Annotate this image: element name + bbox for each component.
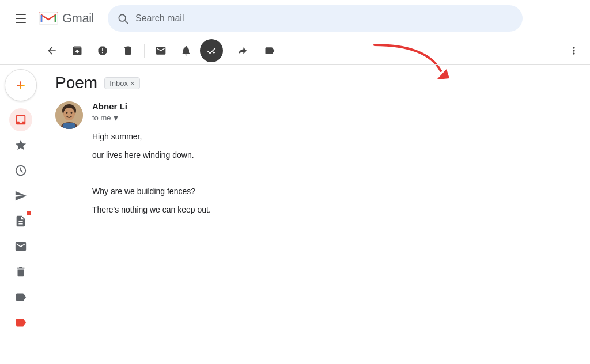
- sidebar-item-inbox[interactable]: [9, 108, 32, 131]
- move-to-button[interactable]: [233, 39, 256, 62]
- email-line-3: [92, 167, 576, 181]
- expand-recipients-icon[interactable]: ▾: [114, 112, 118, 123]
- avatar: [55, 101, 83, 129]
- gmail-logo-icon: [37, 7, 60, 30]
- menu-button[interactable]: [9, 7, 32, 30]
- sidebar-item-trash[interactable]: [9, 260, 32, 283]
- more-options-button[interactable]: [562, 39, 585, 62]
- sidebar-item-sent[interactable]: [9, 184, 32, 207]
- email-thread: Abner Li to me ▾ High summer, our lives …: [55, 101, 576, 222]
- delete-button[interactable]: [116, 39, 139, 62]
- inbox-tag-label: Inbox: [109, 79, 128, 88]
- email-subject-row: Poem Inbox ×: [55, 74, 576, 92]
- search-bar[interactable]: Search mail: [108, 5, 523, 32]
- compose-plus-icon: +: [16, 77, 25, 93]
- header: Gmail Search mail: [0, 0, 590, 37]
- mark-unread-button[interactable]: [149, 39, 172, 62]
- back-icon: [46, 45, 58, 56]
- add-task-icon: +: [206, 45, 217, 56]
- gmail-title: Gmail: [62, 11, 94, 26]
- svg-rect-15: [63, 123, 75, 129]
- labels-button[interactable]: [258, 39, 281, 62]
- inbox-tag-close[interactable]: ×: [130, 79, 135, 88]
- email-content: Poem Inbox ×: [41, 65, 590, 364]
- sender-name: Abner Li: [92, 101, 576, 111]
- move-icon: [239, 45, 250, 56]
- drafts-icon: [14, 215, 27, 227]
- more-icon: [568, 45, 580, 56]
- back-button[interactable]: [40, 39, 63, 62]
- svg-point-11: [63, 108, 75, 120]
- archive-button[interactable]: [66, 39, 89, 62]
- snooze-icon: [180, 45, 192, 56]
- toolbar-divider-2: [228, 44, 228, 58]
- important-icon: [14, 316, 27, 329]
- sidebar-item-drafts[interactable]: [9, 210, 32, 233]
- trash-icon: [122, 45, 134, 56]
- mark-unread-icon: [155, 45, 167, 56]
- add-to-tasks-button[interactable]: +: [200, 39, 223, 62]
- star-icon: [14, 139, 27, 151]
- report-spam-button[interactable]: [91, 39, 114, 62]
- sent-icon: [14, 189, 27, 202]
- sender-meta[interactable]: to me ▾: [92, 112, 576, 123]
- svg-line-5: [125, 21, 128, 24]
- toolbar-divider-1: [144, 44, 145, 58]
- logo-area: Gmail: [37, 7, 94, 30]
- email-text: High summer, our lives here winding down…: [92, 130, 576, 217]
- snoozed-icon: [14, 164, 27, 177]
- sidebar-item-snoozed[interactable]: [9, 159, 32, 182]
- archive-icon: [71, 45, 83, 56]
- email-line-5: There's nothing we can keep out.: [92, 203, 576, 217]
- label-icon: [264, 45, 275, 56]
- search-icon: [117, 13, 128, 24]
- svg-point-12: [66, 112, 68, 114]
- inbox-icon: [14, 113, 27, 126]
- snooze-button[interactable]: [175, 39, 198, 62]
- report-spam-icon: [97, 45, 108, 56]
- email-line-1: High summer,: [92, 130, 576, 144]
- toolbar: +: [0, 37, 590, 65]
- email-line-4: Why are we building fences?: [92, 185, 576, 199]
- sidebar: +: [0, 65, 41, 364]
- category-icon: [14, 291, 27, 304]
- main-layout: +: [0, 65, 590, 364]
- avatar-image: [55, 101, 83, 129]
- hamburger-icon: [16, 14, 26, 23]
- email-body: Abner Li to me ▾ High summer, our lives …: [92, 101, 576, 222]
- sidebar-item-allmail[interactable]: [9, 235, 32, 258]
- sidebar-item-categories[interactable]: [9, 286, 32, 309]
- sidebar-item-starred[interactable]: [9, 134, 32, 157]
- sender-to-label: to me: [92, 113, 111, 122]
- trash-sidebar-icon: [14, 266, 27, 278]
- svg-point-13: [71, 112, 73, 114]
- search-placeholder: Search mail: [135, 13, 513, 24]
- inbox-tag[interactable]: Inbox ×: [104, 77, 139, 89]
- compose-button[interactable]: +: [5, 69, 37, 101]
- email-line-2: our lives here winding down.: [92, 149, 576, 162]
- svg-text:+: +: [213, 50, 215, 55]
- email-subject: Poem: [55, 74, 97, 92]
- all-mail-icon: [14, 240, 27, 253]
- sidebar-item-important[interactable]: [9, 311, 32, 334]
- drafts-badge: [27, 211, 31, 215]
